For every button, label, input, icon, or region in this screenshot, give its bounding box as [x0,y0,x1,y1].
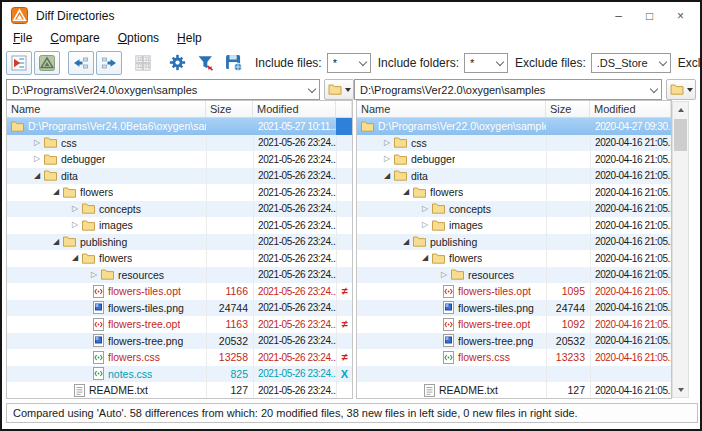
chevron-down-icon[interactable] [496,59,504,67]
column-header-name[interactable]: Name [357,101,546,117]
left-directory-combobox[interactable]: D:\Programs\Ver24.0\oxygen\samples [6,79,320,100]
right-tree-row-flowers-tiles.png[interactable]: flowers-tiles.png247442020-04-16 21:05..… [357,300,671,317]
menu-item-compare[interactable]: Compare [41,31,108,45]
left-tree-row-dita[interactable]: ◢dita2021-05-26 23:24... [7,168,352,185]
column-header-modified[interactable]: Modified [253,101,336,117]
exclude-files-combobox[interactable]: .DS_Store [591,53,671,73]
left-tree-row-flowers-tree.opt[interactable]: flowers-tree.opt11632021-05-26 23:24...≠ [7,316,352,333]
column-header-marker[interactable] [336,101,352,117]
size-cell [206,168,253,185]
right-tree-row-flowers[interactable]: ◢flowers2020-04-16 21:05... [357,250,671,267]
left-tree-row-notes.css[interactable]: notes.css8252021-05-26 23:24...X [7,366,352,383]
column-header-size[interactable]: Size [546,101,590,117]
scroll-down-button[interactable] [673,382,688,397]
size-cell [206,201,253,218]
left-tree-row-d-programs-ver24.0beta6-oxygen-samples[interactable]: D:\Programs\Ver24.0Beta6\oxygen\samples2… [7,118,352,135]
left-tree-row-flowers[interactable]: ◢flowers2021-05-26 23:24... [7,184,352,201]
expand-arrow-icon[interactable]: ▷ [30,155,44,163]
folder-icon [451,269,464,280]
collapse-arrow-icon[interactable]: ◢ [399,188,413,196]
minimize-button[interactable]: – [603,2,634,29]
perform-directories-comparison-button[interactable] [6,51,32,75]
close-button[interactable]: × [665,2,696,29]
save-results-button[interactable] [220,51,246,75]
right-tree-row-empty[interactable] [357,366,671,383]
chevron-down-icon[interactable] [359,59,367,67]
right-tree-row-dita[interactable]: ◢dita2020-04-16 21:05... [357,168,671,185]
oxygen-compare-button[interactable] [34,51,60,75]
left-browse-folder-button[interactable] [324,79,354,100]
chevron-down-icon[interactable] [308,86,316,94]
menu-item-help[interactable]: Help [168,31,211,45]
expand-arrow-icon[interactable]: ▷ [30,139,44,147]
include-files-combobox[interactable]: * [327,53,371,73]
right-tree-row-publishing[interactable]: ◢publishing2020-04-16 21:05... [357,234,671,251]
folder-icon [394,154,407,165]
right-tree-row-debugger[interactable]: ▷debugger2020-04-16 21:05... [357,151,671,168]
modified-cell: 2020-04-16 21:05... [590,316,671,333]
expand-arrow-icon[interactable]: ▷ [418,205,432,213]
expand-arrow-icon[interactable]: ▷ [380,139,394,147]
collapse-arrow-icon[interactable]: ◢ [49,238,63,246]
column-header-name[interactable]: Name [7,101,206,117]
right-directory-combobox[interactable]: D:\Programs\Ver22.0\oxygen\samples [354,79,662,100]
difference-marker-cell: X [336,366,352,383]
scrollbar-thumb[interactable] [674,119,687,151]
right-tree-row-flowers-tree.opt[interactable]: flowers-tree.opt10922020-04-16 21:05... [357,316,671,333]
right-tree-row-d-programs-ver22.0-oxygen-samples[interactable]: D:\Programs\Ver22.0\oxygen\samples2020-0… [357,118,671,135]
collapse-arrow-icon[interactable]: ◢ [49,188,63,196]
settings-gear-button[interactable] [164,51,190,75]
copy-change-right-button[interactable] [96,51,122,75]
right-tree-row-flowers-tiles.opt[interactable]: flowers-tiles.opt10952020-04-16 21:05... [357,283,671,300]
vertical-scrollbar[interactable] [672,101,689,398]
maximize-button[interactable]: □ [634,2,665,29]
left-tree-row-resources[interactable]: ▷resources2021-05-26 23:24... [7,267,352,284]
left-tree-row-flowers.css[interactable]: flowers.css132582021-05-26 23:24...≠ [7,349,352,366]
right-tree-row-concepts[interactable]: ▷concepts2020-04-16 21:05... [357,201,671,218]
right-tree-row-readme.txt[interactable]: README.txt1272020-04-16 21:05... [357,382,671,399]
opt-file-icon [93,285,104,298]
expand-arrow-icon[interactable]: ▷ [380,155,394,163]
right-tree-row-css[interactable]: ▷css2020-04-16 21:05... [357,135,671,152]
collapse-arrow-icon[interactable]: ◢ [68,254,82,262]
left-tree-row-css[interactable]: ▷css2021-05-26 23:24... [7,135,352,152]
exclude-files-value: .DS_Store [597,57,656,69]
expand-arrow-icon[interactable]: ▷ [418,221,432,229]
folder-icon [361,121,374,132]
column-header-size[interactable]: Size [206,101,253,117]
copy-change-left-button[interactable] [68,51,94,75]
column-header-modified[interactable]: Modified [590,101,671,117]
right-browse-folder-button[interactable] [666,79,696,100]
scroll-up-button[interactable] [673,102,688,117]
left-tree-row-flowers-tree.png[interactable]: flowers-tree.png205322021-05-26 23:24... [7,333,352,350]
include-folders-combobox[interactable]: * [464,53,508,73]
size-cell [546,184,590,201]
left-tree-row-images[interactable]: ▷images2021-05-26 23:24... [7,217,352,234]
chevron-down-icon[interactable] [650,86,658,94]
collapse-arrow-icon[interactable]: ◢ [399,238,413,246]
expand-arrow-icon[interactable]: ▷ [437,271,451,279]
collapse-arrow-icon[interactable]: ◢ [380,172,394,180]
row-label: concepts [449,203,491,215]
chevron-down-icon[interactable] [659,59,667,67]
left-tree-row-debugger[interactable]: ▷debugger2021-05-26 23:24... [7,151,352,168]
collapse-arrow-icon[interactable]: ◢ [30,172,44,180]
collapse-arrow-icon[interactable]: ◢ [418,254,432,262]
left-tree-row-flowers-tiles.opt[interactable]: flowers-tiles.opt11662021-05-26 23:24...… [7,283,352,300]
menu-item-file[interactable]: File [4,31,41,45]
filter-funnel-button[interactable] [192,51,218,75]
right-tree-row-flowers-tree.png[interactable]: flowers-tree.png205322020-04-16 21:05... [357,333,671,350]
expand-arrow-icon[interactable]: ▷ [87,271,101,279]
right-tree-row-resources[interactable]: ▷resources2020-04-16 21:05... [357,267,671,284]
left-tree-row-concepts[interactable]: ▷concepts2021-05-26 23:24... [7,201,352,218]
left-tree-row-flowers-tiles.png[interactable]: flowers-tiles.png247442021-05-26 23:24..… [7,300,352,317]
left-tree-row-readme.txt[interactable]: README.txt1272021-05-26 23:24... [7,382,352,399]
right-tree-row-flowers[interactable]: ◢flowers2020-04-16 21:05... [357,184,671,201]
expand-arrow-icon[interactable]: ▷ [68,205,82,213]
left-tree-row-publishing[interactable]: ◢publishing2021-05-26 23:24... [7,234,352,251]
right-tree-row-flowers.css[interactable]: flowers.css132332020-04-16 21:05... [357,349,671,366]
left-tree-row-flowers[interactable]: ◢flowers2021-05-26 23:24... [7,250,352,267]
expand-arrow-icon[interactable]: ▷ [68,221,82,229]
menu-item-options[interactable]: Options [109,31,168,45]
right-tree-row-images[interactable]: ▷images2020-04-16 21:05... [357,217,671,234]
